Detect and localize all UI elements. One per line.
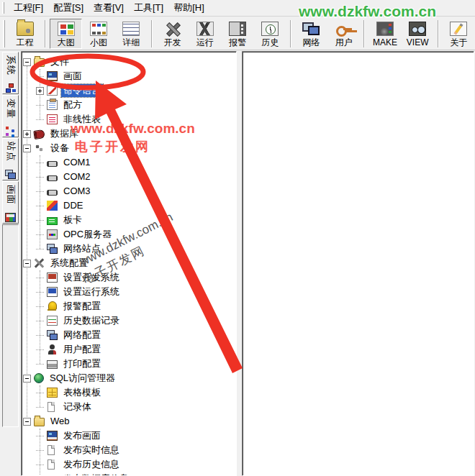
tree-item[interactable]: 命令语言 [22,83,236,98]
tree-item[interactable]: 发布数据库信息 [22,472,236,476]
tree-item-label[interactable]: 数据库 [48,127,81,140]
details-button[interactable]: 详细 [115,19,148,49]
toolbar-grip[interactable] [3,20,5,47]
tree-item-label[interactable]: 设置运行系统 [61,285,122,298]
large-icons-button[interactable]: 大图 [50,19,82,49]
alarm-button[interactable]: 报警 [221,19,253,49]
about-button[interactable]: 关于 [443,19,475,49]
tree-item-label[interactable]: 用户配置 [61,343,103,356]
tree-item[interactable]: COM2 [22,170,236,184]
tree-item[interactable]: DDE [22,198,236,213]
collapse-toggle-icon[interactable] [23,145,31,152]
tree-item[interactable]: 网络配置 [22,328,236,342]
collapse-toggle-icon[interactable] [23,58,31,66]
collapse-toggle-icon[interactable] [23,260,31,267]
network-button[interactable]: 网络 [295,19,327,49]
tree-item[interactable]: 板卡 [22,213,236,227]
tree-item[interactable]: 用户配置 [22,342,236,357]
tree-item-label[interactable]: DDE [61,199,85,212]
tab-system[interactable]: 系统 [2,52,19,94]
tree-item[interactable]: 历史数据记录 [22,313,236,328]
tree-item-label[interactable]: 历史数据记录 [61,314,122,327]
tree-item-label[interactable]: 文件 [48,55,71,68]
tree-item-label[interactable]: 网络配置 [61,329,103,342]
collapse-toggle-icon[interactable] [23,418,31,426]
tree-item-label[interactable]: 配方 [61,99,84,111]
tree-item[interactable]: 设置开发系统 [22,270,236,285]
tree-item-label[interactable]: 发布历史信息 [61,458,122,471]
tree-item-label[interactable]: 打印配置 [61,357,103,370]
tree-item-label[interactable]: 表格模板 [61,386,103,399]
tree-item-label[interactable]: 发布画面 [61,429,103,442]
small-icons-button[interactable]: 小图 [82,19,114,49]
menu-grip[interactable] [2,2,4,14]
tree-item-label[interactable]: 发布实时信息 [61,444,122,457]
script-icon [47,86,58,96]
user-button[interactable]: 用户 [327,19,360,49]
menu-config[interactable]: 配置[S] [48,0,89,17]
tree-item[interactable]: 网络站点 [22,242,236,256]
menu-tools[interactable]: 工具[T] [129,0,168,17]
content-panel[interactable] [242,51,474,476]
tree-item-label[interactable]: SQL访问管理器 [48,372,117,385]
tree-item-label[interactable]: 设置开发系统 [61,271,122,284]
tree-item[interactable]: Web [22,414,236,429]
tree-item-label[interactable]: 报警配置 [61,300,103,313]
tree-item-label[interactable]: COM1 [61,156,93,169]
expand-toggle-icon[interactable] [36,87,44,95]
tree-item[interactable]: 数据库 [22,127,236,141]
view-button[interactable]: VIEW [402,19,434,49]
tree-item[interactable]: 表格模板 [22,385,236,400]
tree-item-label[interactable]: 系统配置 [48,257,90,270]
tree-item[interactable]: 配方 [22,98,236,112]
toolbar-separator [45,20,46,47]
tree-item[interactable]: SQL访问管理器 [22,371,236,385]
history-button[interactable]: 历史 [254,19,286,49]
tree-item-label[interactable]: 设备 [48,142,71,155]
tree-item-label[interactable]: 网络站点 [61,242,103,255]
tree-connector [36,292,44,293]
tree-item[interactable]: 设置运行系统 [22,285,236,299]
tree-item[interactable]: 系统配置 [22,256,236,270]
tab-stations[interactable]: 站点 [2,138,19,180]
tree-item[interactable]: 画面 [22,69,236,83]
tab-screens[interactable]: 画面 [2,181,19,224]
tree-item-label[interactable]: 板卡 [61,214,84,226]
tree-item[interactable]: 发布画面 [22,429,236,443]
tree-item-label[interactable]: 命令语言 [61,84,103,97]
tree-item-label[interactable]: 发布数据库信息 [61,472,131,476]
tree-item-label[interactable]: 非线性表 [61,113,103,126]
tree-item[interactable]: 设备 [22,141,236,155]
menu-project[interactable]: 工程[F] [9,0,48,17]
tree-item[interactable]: COM1 [22,155,236,170]
tree-item[interactable]: 打印配置 [22,357,236,371]
tree-item-label[interactable]: Web [48,415,72,428]
tree-item[interactable]: 文件 [22,55,236,69]
tree-item[interactable]: COM3 [22,184,236,198]
user-key-icon [335,22,353,36]
tree-item-label[interactable]: 记录体 [61,401,94,413]
tab-variables[interactable]: 变量 [2,95,19,137]
tree-item[interactable]: OPC服务器 [22,227,236,242]
tree-item-label[interactable]: COM3 [61,185,93,198]
expand-toggle-icon[interactable] [23,130,31,138]
make-button[interactable]: MAKE [368,19,401,49]
menu-help[interactable]: 帮助[H] [168,0,209,17]
panel-splitter[interactable] [237,51,242,476]
tree-item[interactable]: 记录体 [22,400,236,414]
tree-item-label[interactable]: 画面 [61,70,84,83]
tree-item[interactable]: 发布实时信息 [22,443,236,457]
develop-button[interactable]: 开发 [156,19,189,49]
tree-item[interactable]: 报警配置 [22,299,236,313]
collapse-toggle-icon[interactable] [23,375,31,383]
tree-item-label[interactable]: COM2 [61,170,93,183]
project-button[interactable]: 工程 [9,19,41,49]
com-port-icon [47,190,58,196]
stations-tab-icon [5,170,16,179]
menu-view[interactable]: 查看[V] [89,0,129,17]
tree-item-label[interactable]: OPC服务器 [61,228,114,241]
tree-item[interactable]: 非线性表 [22,112,236,127]
run-button[interactable]: 运行 [189,19,221,49]
tree-item[interactable]: 发布历史信息 [22,457,236,472]
tree-connector [36,119,44,120]
